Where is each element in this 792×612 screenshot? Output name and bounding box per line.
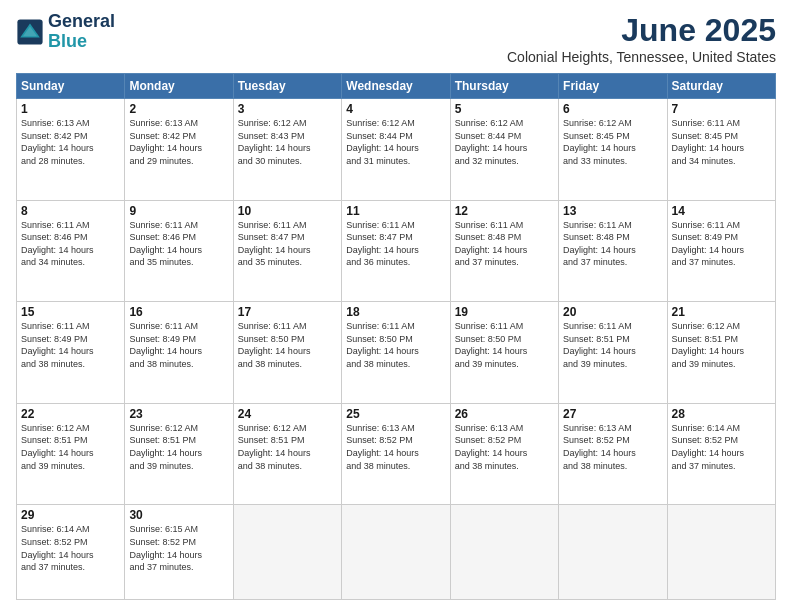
day-number: 19	[455, 305, 554, 319]
day-number: 10	[238, 204, 337, 218]
day-number: 25	[346, 407, 445, 421]
weekday-header: Sunday	[17, 74, 125, 99]
calendar-week-row: 15Sunrise: 6:11 AMSunset: 8:49 PMDayligh…	[17, 302, 776, 404]
calendar-cell: 11Sunrise: 6:11 AMSunset: 8:47 PMDayligh…	[342, 200, 450, 302]
cell-info: Sunrise: 6:12 AMSunset: 8:51 PMDaylight:…	[672, 320, 771, 370]
calendar-cell: 18Sunrise: 6:11 AMSunset: 8:50 PMDayligh…	[342, 302, 450, 404]
calendar-cell: 24Sunrise: 6:12 AMSunset: 8:51 PMDayligh…	[233, 403, 341, 505]
cell-info: Sunrise: 6:11 AMSunset: 8:47 PMDaylight:…	[346, 219, 445, 269]
cell-info: Sunrise: 6:12 AMSunset: 8:43 PMDaylight:…	[238, 117, 337, 167]
calendar-week-row: 8Sunrise: 6:11 AMSunset: 8:46 PMDaylight…	[17, 200, 776, 302]
calendar-cell: 23Sunrise: 6:12 AMSunset: 8:51 PMDayligh…	[125, 403, 233, 505]
calendar-cell: 13Sunrise: 6:11 AMSunset: 8:48 PMDayligh…	[559, 200, 667, 302]
calendar-cell	[233, 505, 341, 600]
cell-info: Sunrise: 6:13 AMSunset: 8:52 PMDaylight:…	[455, 422, 554, 472]
calendar-cell: 6Sunrise: 6:12 AMSunset: 8:45 PMDaylight…	[559, 99, 667, 201]
title-area: June 2025 Colonial Heights, Tennessee, U…	[507, 12, 776, 65]
day-number: 26	[455, 407, 554, 421]
calendar-cell: 30Sunrise: 6:15 AMSunset: 8:52 PMDayligh…	[125, 505, 233, 600]
calendar-cell: 25Sunrise: 6:13 AMSunset: 8:52 PMDayligh…	[342, 403, 450, 505]
day-number: 27	[563, 407, 662, 421]
location: Colonial Heights, Tennessee, United Stat…	[507, 49, 776, 65]
cell-info: Sunrise: 6:12 AMSunset: 8:51 PMDaylight:…	[238, 422, 337, 472]
calendar-cell: 9Sunrise: 6:11 AMSunset: 8:46 PMDaylight…	[125, 200, 233, 302]
cell-info: Sunrise: 6:11 AMSunset: 8:46 PMDaylight:…	[21, 219, 120, 269]
weekday-header: Monday	[125, 74, 233, 99]
calendar-cell: 14Sunrise: 6:11 AMSunset: 8:49 PMDayligh…	[667, 200, 775, 302]
day-number: 11	[346, 204, 445, 218]
cell-info: Sunrise: 6:14 AMSunset: 8:52 PMDaylight:…	[672, 422, 771, 472]
day-number: 22	[21, 407, 120, 421]
day-number: 18	[346, 305, 445, 319]
cell-info: Sunrise: 6:12 AMSunset: 8:44 PMDaylight:…	[346, 117, 445, 167]
day-number: 9	[129, 204, 228, 218]
cell-info: Sunrise: 6:11 AMSunset: 8:48 PMDaylight:…	[563, 219, 662, 269]
calendar-week-row: 1Sunrise: 6:13 AMSunset: 8:42 PMDaylight…	[17, 99, 776, 201]
cell-info: Sunrise: 6:13 AMSunset: 8:52 PMDaylight:…	[563, 422, 662, 472]
calendar-cell: 4Sunrise: 6:12 AMSunset: 8:44 PMDaylight…	[342, 99, 450, 201]
cell-info: Sunrise: 6:13 AMSunset: 8:52 PMDaylight:…	[346, 422, 445, 472]
weekday-header: Wednesday	[342, 74, 450, 99]
calendar-cell	[450, 505, 558, 600]
calendar-cell	[342, 505, 450, 600]
day-number: 28	[672, 407, 771, 421]
day-number: 15	[21, 305, 120, 319]
logo-text: General Blue	[48, 12, 115, 52]
calendar-cell: 27Sunrise: 6:13 AMSunset: 8:52 PMDayligh…	[559, 403, 667, 505]
calendar-cell	[559, 505, 667, 600]
day-number: 23	[129, 407, 228, 421]
logo: General Blue	[16, 12, 115, 52]
day-number: 21	[672, 305, 771, 319]
cell-info: Sunrise: 6:11 AMSunset: 8:46 PMDaylight:…	[129, 219, 228, 269]
logo-icon	[16, 18, 44, 46]
calendar-cell: 5Sunrise: 6:12 AMSunset: 8:44 PMDaylight…	[450, 99, 558, 201]
day-number: 1	[21, 102, 120, 116]
weekday-header: Saturday	[667, 74, 775, 99]
day-number: 6	[563, 102, 662, 116]
calendar-cell: 26Sunrise: 6:13 AMSunset: 8:52 PMDayligh…	[450, 403, 558, 505]
calendar-cell: 17Sunrise: 6:11 AMSunset: 8:50 PMDayligh…	[233, 302, 341, 404]
weekday-header: Thursday	[450, 74, 558, 99]
day-number: 8	[21, 204, 120, 218]
calendar-cell: 29Sunrise: 6:14 AMSunset: 8:52 PMDayligh…	[17, 505, 125, 600]
weekday-header: Tuesday	[233, 74, 341, 99]
day-number: 17	[238, 305, 337, 319]
calendar-cell: 2Sunrise: 6:13 AMSunset: 8:42 PMDaylight…	[125, 99, 233, 201]
page: General Blue June 2025 Colonial Heights,…	[0, 0, 792, 612]
cell-info: Sunrise: 6:15 AMSunset: 8:52 PMDaylight:…	[129, 523, 228, 573]
calendar-cell: 15Sunrise: 6:11 AMSunset: 8:49 PMDayligh…	[17, 302, 125, 404]
calendar-cell: 7Sunrise: 6:11 AMSunset: 8:45 PMDaylight…	[667, 99, 775, 201]
cell-info: Sunrise: 6:11 AMSunset: 8:45 PMDaylight:…	[672, 117, 771, 167]
cell-info: Sunrise: 6:11 AMSunset: 8:51 PMDaylight:…	[563, 320, 662, 370]
day-number: 29	[21, 508, 120, 522]
calendar-cell: 19Sunrise: 6:11 AMSunset: 8:50 PMDayligh…	[450, 302, 558, 404]
calendar-cell: 12Sunrise: 6:11 AMSunset: 8:48 PMDayligh…	[450, 200, 558, 302]
calendar-cell: 28Sunrise: 6:14 AMSunset: 8:52 PMDayligh…	[667, 403, 775, 505]
cell-info: Sunrise: 6:12 AMSunset: 8:51 PMDaylight:…	[129, 422, 228, 472]
day-number: 2	[129, 102, 228, 116]
weekday-header: Friday	[559, 74, 667, 99]
cell-info: Sunrise: 6:13 AMSunset: 8:42 PMDaylight:…	[129, 117, 228, 167]
day-number: 12	[455, 204, 554, 218]
calendar-cell: 1Sunrise: 6:13 AMSunset: 8:42 PMDaylight…	[17, 99, 125, 201]
day-number: 20	[563, 305, 662, 319]
cell-info: Sunrise: 6:12 AMSunset: 8:45 PMDaylight:…	[563, 117, 662, 167]
calendar-cell: 8Sunrise: 6:11 AMSunset: 8:46 PMDaylight…	[17, 200, 125, 302]
cell-info: Sunrise: 6:11 AMSunset: 8:49 PMDaylight:…	[21, 320, 120, 370]
month-title: June 2025	[507, 12, 776, 49]
day-number: 14	[672, 204, 771, 218]
calendar-cell: 16Sunrise: 6:11 AMSunset: 8:49 PMDayligh…	[125, 302, 233, 404]
cell-info: Sunrise: 6:14 AMSunset: 8:52 PMDaylight:…	[21, 523, 120, 573]
calendar-cell: 20Sunrise: 6:11 AMSunset: 8:51 PMDayligh…	[559, 302, 667, 404]
calendar-cell: 10Sunrise: 6:11 AMSunset: 8:47 PMDayligh…	[233, 200, 341, 302]
calendar-header-row: SundayMondayTuesdayWednesdayThursdayFrid…	[17, 74, 776, 99]
cell-info: Sunrise: 6:11 AMSunset: 8:50 PMDaylight:…	[346, 320, 445, 370]
day-number: 7	[672, 102, 771, 116]
day-number: 13	[563, 204, 662, 218]
day-number: 5	[455, 102, 554, 116]
day-number: 3	[238, 102, 337, 116]
calendar-cell	[667, 505, 775, 600]
day-number: 24	[238, 407, 337, 421]
cell-info: Sunrise: 6:12 AMSunset: 8:44 PMDaylight:…	[455, 117, 554, 167]
day-number: 30	[129, 508, 228, 522]
